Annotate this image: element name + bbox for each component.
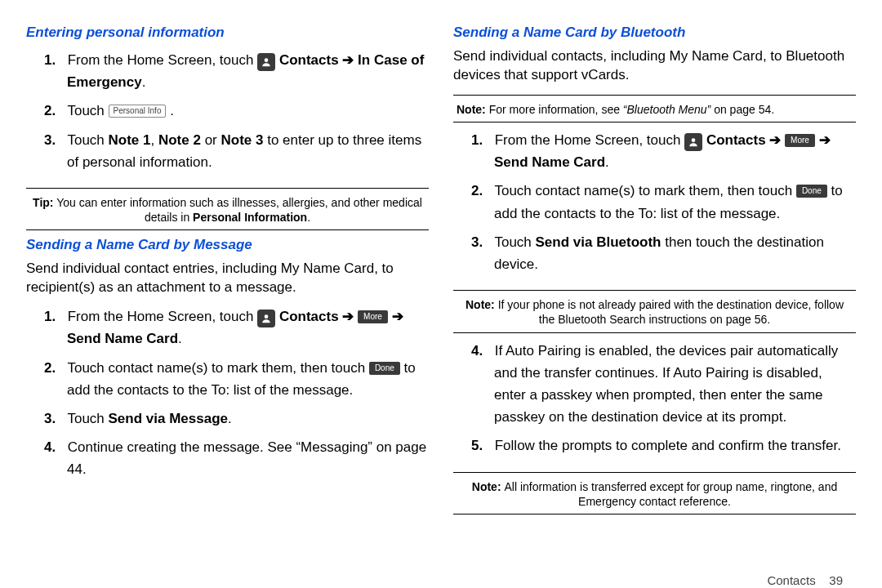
note-label: Note:: [457, 103, 486, 116]
text: Touch contact name(s) to mark them, then…: [67, 360, 368, 376]
arrow: ➔: [342, 309, 354, 324]
period: .: [228, 411, 232, 426]
arrow: ➔: [392, 309, 403, 324]
text: From the Home Screen, touch: [68, 309, 257, 324]
period: .: [178, 331, 182, 346]
page-footer: Contacts 39: [0, 572, 882, 587]
note-box-3: Note: All information is transferred exc…: [453, 478, 856, 510]
divider: [453, 290, 856, 291]
text: From the Home Screen, touch: [68, 52, 257, 68]
heading-send-bluetooth: Sending a Name Card by Bluetooth: [453, 24, 856, 41]
step-2: Touch contact name(s) to mark them, then…: [67, 357, 429, 401]
footer-section: Contacts: [767, 573, 815, 587]
tip-label: Tip:: [33, 196, 53, 209]
right-column: Sending a Name Card by Bluetooth Send in…: [453, 23, 856, 562]
left-column: Entering personal information From the H…: [26, 23, 429, 562]
step-4: If Auto Pairing is enabled, the devices …: [494, 340, 856, 429]
note-label: Note:: [466, 298, 495, 311]
divider: [26, 188, 429, 189]
period: .: [142, 74, 146, 90]
arrow: ➔: [769, 132, 781, 148]
text: Touch: [67, 411, 108, 426]
divider: [453, 95, 856, 96]
send-name-card: Send Name Card: [67, 331, 178, 346]
note-em: “Bluetooth Menu”: [623, 103, 710, 116]
arrow: ➔: [819, 132, 831, 148]
heading-send-message: Sending a Name Card by Message: [26, 237, 429, 253]
list-send-message: From the Home Screen, touch Contacts ➔ M…: [26, 305, 429, 487]
send-via-bluetooth: Send via Bluetooth: [536, 234, 662, 250]
note2: Note 2: [158, 132, 201, 148]
divider: [453, 332, 856, 333]
text: Follow the prompts to complete and confi…: [495, 438, 841, 453]
divider: [453, 514, 856, 514]
svg-point-1: [265, 315, 269, 319]
text: Touch contact name(s) to mark them, then…: [494, 183, 795, 198]
tip-bold: Personal Information: [193, 211, 307, 224]
contact-icon: [257, 53, 275, 71]
send-via-message: Send via Message: [109, 411, 228, 426]
heading-entering-personal-info: Entering personal information: [26, 24, 429, 41]
arrow: ➔: [342, 52, 354, 68]
contacts-label: Contacts: [706, 132, 766, 148]
tip-box: Tip: You can enter information such as i…: [26, 194, 429, 226]
step-1: From the Home Screen, touch Contacts ➔ I…: [67, 49, 429, 93]
divider: [26, 229, 429, 230]
page: Entering personal information From the H…: [0, 0, 882, 572]
divider: [453, 122, 856, 122]
send-name-card: Send Name Card: [494, 154, 605, 170]
note-box-2: Note: If your phone is not already paire…: [453, 296, 856, 328]
more-button: More: [358, 310, 388, 323]
intro-send-message: Send individual contact entries, includi…: [26, 260, 429, 297]
intro-bluetooth: Send individual contacts, including My N…: [453, 47, 856, 85]
text: From the Home Screen, touch: [495, 132, 684, 148]
done-button: Done: [369, 362, 400, 375]
svg-point-0: [265, 58, 269, 62]
step-3: Touch Send via Message.: [67, 408, 429, 430]
text: Touch: [67, 103, 108, 118]
divider: [453, 472, 856, 473]
note-text: For more information, see: [486, 103, 623, 116]
footer-page-number: 39: [829, 573, 843, 587]
text: Touch: [67, 132, 108, 148]
step-4: Continue creating the message. See “Mess…: [67, 436, 429, 480]
done-button: Done: [796, 185, 827, 198]
step-3: Touch Note 1, Note 2 or Note 3 to enter …: [67, 129, 429, 173]
text: Continue creating the message. See “Mess…: [67, 439, 426, 477]
contacts-label: Contacts: [279, 309, 339, 324]
note-text: All information is transferred except fo…: [504, 480, 837, 508]
list-personal-info: From the Home Screen, touch Contacts ➔ I…: [26, 49, 429, 180]
list-bluetooth-2: If Auto Pairing is enabled, the devices …: [453, 340, 856, 464]
text: ,: [150, 132, 158, 148]
period: .: [605, 154, 609, 170]
step-2: Touch contact name(s) to mark them, then…: [494, 180, 856, 224]
svg-point-2: [692, 138, 696, 142]
note-label: Note:: [472, 480, 505, 493]
list-bluetooth-1: From the Home Screen, touch Contacts ➔ M…: [453, 129, 856, 282]
text: or: [201, 132, 221, 148]
text: If Auto Pairing is enabled, the devices …: [494, 343, 838, 425]
step-5: Follow the prompts to complete and confi…: [494, 434, 856, 457]
step-1: From the Home Screen, touch Contacts ➔ M…: [494, 129, 856, 173]
period: .: [307, 211, 310, 224]
text: Touch: [494, 234, 535, 250]
contacts-label: Contacts: [279, 52, 339, 68]
note3: Note 3: [220, 132, 263, 148]
note-tail: on page 54.: [710, 103, 774, 116]
personal-info-button: Personal Info: [109, 105, 167, 118]
note-box-1: Note: For more information, see “Bluetoo…: [453, 100, 856, 118]
note1: Note 1: [109, 132, 151, 148]
contact-icon: [684, 133, 702, 151]
step-2: Touch Personal Info .: [67, 100, 429, 122]
step-1: From the Home Screen, touch Contacts ➔ M…: [67, 305, 429, 350]
period: .: [170, 103, 174, 118]
note-text: If your phone is not already paired with…: [495, 298, 844, 326]
more-button: More: [785, 134, 815, 147]
step-3: Touch Send via Bluetooth then touch the …: [494, 231, 856, 275]
contact-icon: [257, 310, 275, 327]
